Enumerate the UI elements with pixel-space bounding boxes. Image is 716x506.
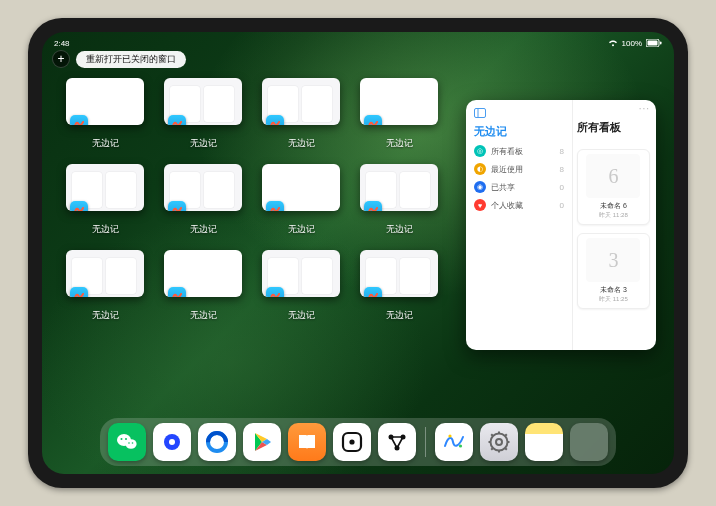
- freeform-app-icon: [266, 115, 284, 125]
- svg-point-24: [448, 434, 451, 437]
- app-window-tile[interactable]: 无边记: [66, 78, 144, 150]
- app-window-label: 无边记: [190, 309, 217, 322]
- svg-point-9: [128, 442, 130, 444]
- svg-line-35: [491, 448, 493, 450]
- app-window-thumbnail: [360, 250, 438, 297]
- app-window-thumbnail: [262, 164, 340, 211]
- app-window-label: 无边记: [386, 137, 413, 150]
- sidebar-item-icon: ◉: [474, 181, 486, 193]
- board-subtitle: 昨天 11:25: [599, 295, 628, 304]
- panel-title-right: 所有看板: [577, 120, 650, 135]
- sidebar-item-count: 0: [559, 201, 563, 210]
- dock-app-qqhd[interactable]: [153, 423, 191, 461]
- svg-point-12: [169, 439, 175, 445]
- ipad-frame: 2:48 100% + 重新打开已关闭的窗口 无边记无边记无边记无边记无边记无边…: [28, 18, 688, 488]
- freeform-app-icon: [364, 201, 382, 211]
- app-window-thumbnail: [164, 164, 242, 211]
- app-window-label: 无边记: [190, 137, 217, 150]
- freeform-panel[interactable]: ··· 无边记 ◎所有看板8◐最近使用8◉已共享0♥个人收藏0 所有看板 6未命…: [466, 100, 656, 350]
- status-time: 2:48: [54, 39, 70, 48]
- app-window-tile[interactable]: 无边记: [164, 78, 242, 150]
- app-window-thumbnail: [66, 250, 144, 297]
- app-window-tile[interactable]: 无边记: [262, 164, 340, 236]
- app-window-label: 无边记: [288, 137, 315, 150]
- dock-app-wechat[interactable]: [108, 423, 146, 461]
- svg-point-6: [125, 439, 136, 449]
- app-window-tile[interactable]: 无边记: [164, 250, 242, 322]
- app-window-tile[interactable]: 无边记: [360, 250, 438, 322]
- board-thumbnail: 3: [586, 238, 640, 282]
- battery-icon: [646, 39, 662, 47]
- app-window-label: 无边记: [386, 223, 413, 236]
- app-window-thumbnail: [164, 78, 242, 125]
- dock-app-nodes[interactable]: [378, 423, 416, 461]
- dock-app-books[interactable]: [288, 423, 326, 461]
- svg-point-7: [121, 438, 123, 440]
- board-thumbnail: 6: [586, 154, 640, 198]
- status-bar: 2:48 100%: [42, 35, 674, 51]
- dock-app-freeform[interactable]: [435, 423, 473, 461]
- sidebar-toggle-icon[interactable]: [474, 108, 564, 120]
- sidebar-item-label: 所有看板: [491, 146, 523, 157]
- sidebar-item-icon: ♥: [474, 199, 486, 211]
- svg-rect-1: [648, 41, 658, 46]
- freeform-app-icon: [364, 287, 382, 297]
- sidebar-item-count: 8: [559, 165, 563, 174]
- sidebar-item[interactable]: ◎所有看板8: [474, 145, 564, 157]
- freeform-app-icon: [266, 201, 284, 211]
- app-window-tile[interactable]: 无边记: [164, 164, 242, 236]
- app-window-tile[interactable]: 无边记: [66, 164, 144, 236]
- svg-point-27: [496, 439, 502, 445]
- svg-rect-3: [475, 109, 486, 118]
- app-window-tile[interactable]: 无边记: [66, 250, 144, 322]
- svg-line-33: [505, 448, 507, 450]
- sidebar-item[interactable]: ◉已共享0: [474, 181, 564, 193]
- dock-app-dice[interactable]: [333, 423, 371, 461]
- sidebar-item-label: 最近使用: [491, 164, 523, 175]
- sidebar-item[interactable]: ♥个人收藏0: [474, 199, 564, 211]
- svg-point-10: [132, 442, 134, 444]
- app-window-tile[interactable]: 无边记: [262, 78, 340, 150]
- app-window-label: 无边记: [190, 223, 217, 236]
- dock-app-settings[interactable]: [480, 423, 518, 461]
- board-card[interactable]: 6未命名 6昨天 11:28: [577, 149, 650, 225]
- app-window-label: 无边记: [92, 223, 119, 236]
- add-window-button[interactable]: +: [52, 50, 70, 68]
- svg-point-8: [125, 438, 127, 440]
- dock-app-notes[interactable]: [525, 423, 563, 461]
- panel-title-left: 无边记: [474, 124, 564, 139]
- sidebar-item-count: 0: [559, 183, 563, 192]
- svg-point-26: [491, 434, 508, 451]
- app-window-thumbnail: [66, 164, 144, 211]
- svg-line-34: [505, 434, 507, 436]
- sidebar-item-count: 8: [559, 147, 563, 156]
- board-name: 未命名 3: [600, 285, 627, 295]
- dock-separator: [425, 427, 426, 457]
- dock-app-qqbrowser[interactable]: [198, 423, 236, 461]
- freeform-app-icon: [168, 287, 186, 297]
- app-window-label: 无边记: [288, 223, 315, 236]
- dock-app-play[interactable]: [243, 423, 281, 461]
- app-window-label: 无边记: [92, 137, 119, 150]
- freeform-app-icon: [70, 287, 88, 297]
- status-battery: 100%: [622, 39, 642, 48]
- app-window-thumbnail: [66, 78, 144, 125]
- app-window-thumbnail: [262, 78, 340, 125]
- dock-app-app-library[interactable]: [570, 423, 608, 461]
- sidebar-item[interactable]: ◐最近使用8: [474, 163, 564, 175]
- app-window-tile[interactable]: 无边记: [360, 164, 438, 236]
- sidebar-item-label: 已共享: [491, 182, 515, 193]
- svg-point-25: [459, 444, 462, 447]
- freeform-app-icon: [364, 115, 382, 125]
- app-window-tile[interactable]: 无边记: [262, 250, 340, 322]
- board-name: 未命名 6: [600, 201, 627, 211]
- app-window-thumbnail: [360, 78, 438, 125]
- svg-rect-2: [660, 42, 662, 45]
- panel-more-icon[interactable]: ···: [639, 103, 650, 114]
- board-card[interactable]: 3未命名 3昨天 11:25: [577, 233, 650, 309]
- board-subtitle: 昨天 11:28: [599, 211, 628, 220]
- sidebar-item-label: 个人收藏: [491, 200, 523, 211]
- app-window-tile[interactable]: 无边记: [360, 78, 438, 150]
- reopen-closed-window-button[interactable]: 重新打开已关闭的窗口: [76, 51, 186, 68]
- freeform-app-icon: [70, 115, 88, 125]
